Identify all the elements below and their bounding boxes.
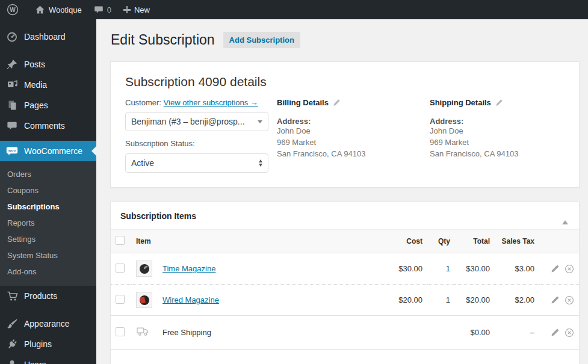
row-checkbox[interactable]	[116, 327, 125, 336]
billing-address-line: 969 Market	[277, 137, 430, 149]
woocommerce-badge-icon: woo	[6, 145, 18, 157]
triangle-up-icon	[562, 211, 568, 224]
comment-bubble-icon	[94, 5, 104, 14]
customer-label: Customer:	[125, 98, 161, 107]
subscription-items-panel: Subscription Items Item Cost Qty Total S…	[110, 202, 580, 364]
plug-icon	[6, 338, 18, 350]
media-icon	[6, 79, 18, 91]
customer-select[interactable]: Benjiman (#3 – benji@prosp...	[125, 112, 268, 131]
column-header-item: Item	[131, 230, 388, 253]
item-tax: $3.00	[495, 253, 539, 285]
item-qty: 1	[427, 285, 455, 316]
billing-address-line: John Doe	[277, 126, 430, 137]
customer-select-value: Benjiman (#3 – benji@prosp...	[131, 117, 245, 126]
select-all-checkbox[interactable]	[116, 236, 125, 245]
sidebar-item-comments[interactable]: Comments	[0, 116, 96, 136]
subscription-items-table: Item Cost Qty Total Sales Tax	[111, 230, 579, 349]
view-other-subscriptions-link[interactable]: View other subscriptions →	[164, 98, 258, 107]
svg-text:woo: woo	[8, 148, 16, 152]
sidebar-item-media[interactable]: Media	[0, 75, 96, 95]
sidebar-item-settings[interactable]: Settings	[0, 231, 96, 247]
item-cost: $30.00	[388, 253, 427, 285]
edit-item-icon[interactable]	[551, 264, 560, 273]
sidebar-item-products[interactable]: Products	[0, 286, 96, 306]
admin-bar: W Wootique 0 New	[0, 0, 588, 19]
cart-icon	[6, 290, 18, 302]
pushpin-icon	[6, 58, 18, 70]
panel-collapse-toggle[interactable]	[561, 210, 569, 221]
column-header-sales-tax: Sales Tax	[495, 230, 539, 253]
sidebar-item-appearance[interactable]: Appearance	[0, 313, 96, 334]
sidebar-item-posts[interactable]: Posts	[0, 54, 96, 75]
sidebar-item-dashboard[interactable]: Dashboard	[0, 26, 96, 47]
item-name-link[interactable]: Wired Magazine	[162, 295, 219, 304]
billing-address-label: Address:	[277, 117, 430, 126]
plus-icon	[123, 6, 131, 13]
product-thumbnail	[136, 292, 152, 308]
subscription-status-select[interactable]: Active	[125, 153, 268, 173]
item-total: $30.00	[455, 253, 495, 285]
dashboard-icon	[6, 31, 18, 43]
site-name: Wootique	[49, 5, 82, 14]
sidebar-item-label: Dashboard	[24, 32, 66, 42]
column-header-cost: Cost	[388, 230, 427, 253]
shipping-method-name: Free Shipping	[158, 316, 388, 350]
select-stepper-icon	[259, 159, 262, 167]
sidebar-item-coupons[interactable]: Coupons	[0, 182, 96, 199]
edit-shipping-icon[interactable]	[495, 99, 503, 106]
shipping-address-line: John Doe	[430, 126, 565, 137]
status-select-value: Active	[131, 158, 154, 168]
sidebar-item-label: Appearance	[24, 319, 70, 329]
edit-billing-icon[interactable]	[333, 99, 341, 106]
sidebar-item-reports[interactable]: Reports	[0, 215, 96, 231]
item-tax: $2.00	[495, 285, 539, 316]
admin-sidebar: Dashboard Posts Media Pages	[0, 19, 96, 364]
billing-details-column: Billing Details Address: John Doe 969 Ma…	[277, 98, 430, 173]
sidebar-item-pages[interactable]: Pages	[0, 95, 96, 116]
item-name-link[interactable]: Time Magazine	[162, 264, 215, 273]
row-checkbox[interactable]	[116, 264, 125, 273]
sidebar-item-label: Users	[24, 360, 46, 364]
wired-magazine-thumb-icon	[138, 294, 150, 306]
wordpress-logo-menu[interactable]: W	[0, 0, 25, 19]
subscription-details-heading: Subscription 4090 details	[125, 75, 565, 89]
edit-item-icon[interactable]	[551, 328, 560, 337]
chevron-down-icon	[258, 120, 262, 123]
sidebar-item-subscriptions[interactable]: Subscriptions	[0, 199, 96, 215]
delete-item-icon[interactable]	[565, 295, 574, 305]
subscription-items-heading: Subscription Items	[120, 211, 196, 221]
new-label: New	[134, 5, 150, 14]
table-row: Wired Magazine $20.00 1 $20.00 $2.00	[111, 285, 579, 316]
delete-item-icon[interactable]	[565, 328, 574, 338]
order-data-column: Customer: View other subscriptions → Ben…	[125, 98, 277, 173]
comments-link[interactable]: 0	[88, 0, 117, 19]
sidebar-item-label: WooCommerce	[24, 146, 82, 156]
add-subscription-button[interactable]: Add Subscription	[223, 32, 300, 48]
user-icon	[6, 359, 18, 364]
shipping-truck-icon	[136, 326, 149, 337]
svg-text:W: W	[10, 7, 16, 13]
item-total: $20.00	[455, 285, 495, 316]
wordpress-logo-icon: W	[6, 3, 19, 16]
delete-item-icon[interactable]	[565, 264, 574, 274]
sidebar-item-users[interactable]: Users	[0, 354, 96, 364]
sidebar-item-label: Products	[24, 291, 57, 301]
column-header-total: Total	[455, 230, 495, 253]
shipping-address-label: Address:	[430, 117, 565, 126]
sidebar-item-label: Pages	[24, 100, 48, 110]
sidebar-item-system-status[interactable]: System Status	[0, 247, 96, 264]
row-checkbox[interactable]	[116, 295, 125, 304]
shipping-details-column: Shipping Details Address: John Doe 969 M…	[430, 98, 565, 173]
sidebar-item-add-ons[interactable]: Add-ons	[0, 264, 96, 280]
page-title: Edit Subscription	[111, 31, 215, 49]
sidebar-item-label: Comments	[24, 121, 65, 131]
new-content-menu[interactable]: New	[117, 0, 156, 19]
sidebar-item-woocommerce[interactable]: woo WooCommerce	[0, 141, 96, 161]
site-name-link[interactable]: Wootique	[29, 0, 88, 19]
sidebar-item-orders[interactable]: Orders	[0, 166, 96, 182]
sidebar-item-label: Posts	[24, 60, 45, 69]
shipping-total: $0.00	[455, 316, 495, 350]
sidebar-item-plugins[interactable]: Plugins	[0, 334, 96, 354]
pages-icon	[6, 99, 18, 111]
edit-item-icon[interactable]	[551, 295, 560, 304]
